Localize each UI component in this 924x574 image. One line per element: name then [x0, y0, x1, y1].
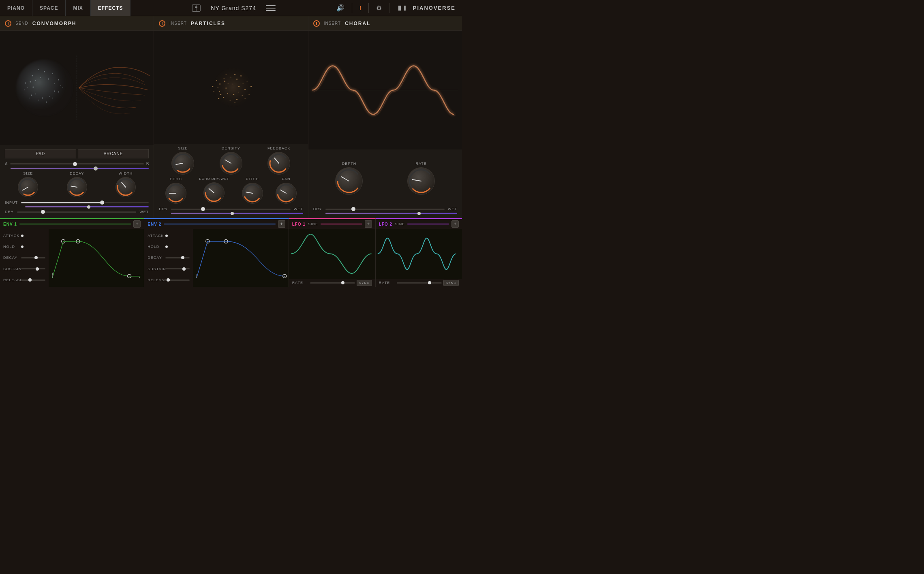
env1-decay-thumb[interactable]	[34, 256, 38, 259]
p-feedback-knob[interactable]	[267, 152, 290, 175]
particles-power[interactable]	[159, 20, 165, 27]
convomorph-power[interactable]	[5, 20, 11, 27]
svg-point-70	[240, 75, 242, 77]
env2-panel: ENV 2 + ATTACK HOLD DECAY	[144, 218, 289, 287]
env2-underline	[164, 224, 275, 224]
ab-slider-thumb[interactable]	[73, 162, 77, 166]
tab-space[interactable]: SPACE	[32, 0, 66, 16]
choral-panel: INSERT CHORAL	[308, 16, 462, 218]
particles-dry-wet: DRY WET	[159, 207, 303, 211]
svg-point-54	[238, 86, 240, 87]
lfo2-rate-label: RATE	[379, 281, 395, 285]
depth-label: DEPTH	[342, 162, 357, 166]
env2-sustain-label: SUSTAIN	[148, 267, 164, 271]
width-knob[interactable]	[116, 177, 136, 197]
env1-hold-dot[interactable]	[21, 245, 24, 248]
rate-knob[interactable]	[407, 167, 435, 195]
env2-plus-btn[interactable]: +	[278, 220, 285, 228]
lfo2-plus-btn[interactable]: +	[451, 220, 459, 228]
svg-point-59	[228, 83, 229, 84]
lfo1-rate-thumb[interactable]	[341, 281, 344, 284]
choral-sub-slider[interactable]	[325, 213, 457, 214]
depth-knob-group: DEPTH	[335, 162, 363, 195]
input-slider[interactable]	[21, 202, 149, 203]
env1-decay-label: DECAY	[3, 256, 19, 260]
ab-slider-track[interactable]	[10, 163, 144, 164]
morph-slider-track[interactable]	[11, 168, 149, 169]
env2-decay-thumb[interactable]	[181, 256, 184, 259]
env1-plus-btn[interactable]: +	[133, 220, 141, 228]
particles-name: PARTICLES	[191, 21, 225, 26]
size-knob[interactable]	[18, 177, 38, 197]
env1-attack-dot[interactable]	[21, 235, 24, 237]
p-density-label: DENSITY	[222, 146, 240, 150]
convomorph-dw-track[interactable]	[17, 211, 136, 213]
choral-dw-track[interactable]	[325, 209, 445, 210]
nav-center: NY Grand S274	[130, 2, 336, 15]
env1-release-thumb[interactable]	[28, 278, 32, 282]
env2-hold-dot[interactable]	[165, 245, 168, 248]
tab-effects[interactable]: EFFECTS	[91, 0, 131, 16]
choral-dry-label: DRY	[313, 207, 322, 211]
tab-mix[interactable]: MIX	[66, 0, 90, 16]
preset-arcane-btn[interactable]: ARCANE	[78, 149, 149, 158]
depth-knob[interactable]	[335, 167, 363, 195]
convomorph-type: SEND	[15, 21, 28, 26]
lfo1-plus-btn[interactable]: +	[365, 220, 372, 228]
env2-sustain-track[interactable]	[165, 268, 190, 269]
p-size-knob[interactable]	[171, 152, 194, 175]
p-echo-knob[interactable]	[165, 183, 186, 204]
p-echo-dw-knob-group: ECHO DRY/WET	[199, 177, 229, 204]
input-label: INPUT	[5, 201, 18, 205]
lfo2-rate-track[interactable]	[397, 282, 442, 284]
env1-underline	[19, 224, 131, 224]
svg-point-8	[58, 79, 59, 81]
env1-release-label: RELEASE	[3, 278, 19, 282]
tab-piano[interactable]: PIANO	[0, 0, 32, 16]
env2-attack-dot[interactable]	[165, 235, 168, 237]
svg-line-82	[274, 158, 279, 163]
svg-point-62	[247, 81, 248, 82]
convomorph-sub-slider[interactable]	[25, 206, 149, 207]
svg-point-5	[38, 69, 39, 70]
svg-point-40	[211, 67, 251, 108]
speaker-icon[interactable]: 🔊	[336, 4, 344, 12]
env1-sustain-thumb[interactable]	[36, 267, 39, 271]
particles-dw-thumb[interactable]	[201, 207, 205, 211]
choral-controls: DEPTH RATE	[308, 149, 462, 218]
preset-pad-btn[interactable]: PAD	[5, 149, 76, 158]
lfo2-sync-btn[interactable]: SYNC	[443, 280, 459, 286]
svg-point-3	[16, 60, 73, 116]
svg-rect-2	[195, 6, 197, 8]
lfo2-rate-thumb[interactable]	[428, 281, 431, 284]
hamburger-button[interactable]	[264, 2, 277, 15]
gear-icon[interactable]: ⚙	[376, 4, 382, 12]
env1-sustain-track[interactable]	[21, 268, 45, 269]
env1-release-track[interactable]	[21, 280, 45, 281]
svg-point-4	[32, 75, 33, 77]
particles-controls: SIZE DENSITY	[154, 144, 308, 218]
svg-line-94	[280, 190, 286, 193]
env2-release-thumb[interactable]	[167, 278, 170, 282]
env2-release-track[interactable]	[165, 280, 190, 281]
p-pitch-knob[interactable]	[242, 183, 263, 204]
morph-thumb[interactable]	[94, 166, 98, 171]
lfo1-rate-track[interactable]	[310, 282, 355, 284]
p-pan-knob[interactable]	[276, 183, 297, 204]
choral-power[interactable]	[313, 20, 320, 27]
convomorph-dw-thumb[interactable]	[41, 210, 45, 214]
env2-sustain-thumb[interactable]	[182, 267, 186, 271]
particles-sub-slider[interactable]	[171, 213, 303, 214]
decay-knob[interactable]	[67, 177, 87, 197]
env1-sustain-label: SUSTAIN	[3, 267, 19, 271]
env1-decay-track[interactable]	[21, 257, 45, 258]
particles-dw-track[interactable]	[171, 209, 290, 210]
p-echo-dw-knob[interactable]	[203, 182, 225, 203]
svg-point-12	[46, 101, 47, 102]
choral-dw-thumb[interactable]	[351, 207, 355, 211]
rate-label: RATE	[415, 162, 426, 166]
env2-decay-track[interactable]	[165, 257, 190, 258]
exclaim-icon[interactable]: !	[359, 5, 361, 11]
p-density-knob[interactable]	[220, 152, 242, 175]
lfo1-sync-btn[interactable]: SYNC	[357, 280, 372, 286]
